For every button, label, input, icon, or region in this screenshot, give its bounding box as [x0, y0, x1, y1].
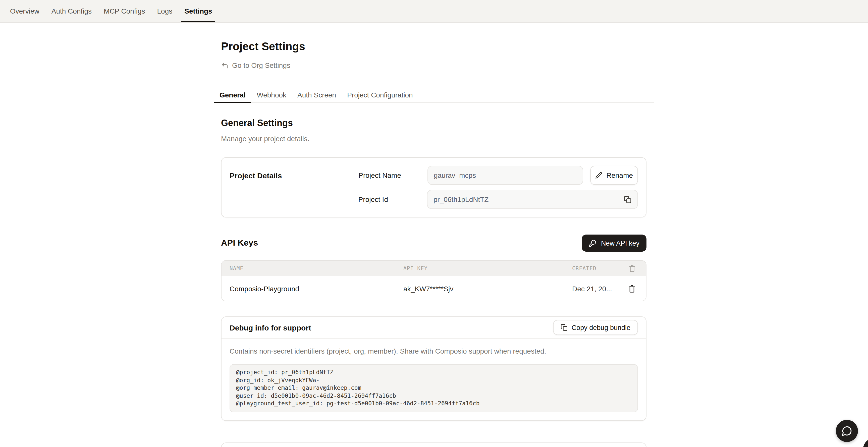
tab-auth-screen[interactable]: Auth Screen [292, 90, 342, 102]
api-keys-heading: API Keys [221, 238, 258, 248]
tab-webhook[interactable]: Webhook [251, 90, 292, 102]
project-name-label: Project Name [359, 171, 427, 179]
page-title: Project Settings [221, 40, 654, 54]
settings-tabs: General Webhook Auth Screen Project Conf… [214, 90, 654, 103]
project-id-label: Project Id [359, 195, 427, 203]
api-key-created: Dec 21, 20... [564, 285, 618, 293]
column-header-api-key: API KEY [395, 265, 564, 271]
code-line: @org_member_email: gaurav@inkeep.com [236, 384, 631, 392]
api-key-value: ak_KW7*****Sjv [395, 285, 564, 293]
api-keys-table: NAME API KEY CREATED Composio-Playground… [221, 260, 647, 301]
api-key-name: Composio-Playground [221, 285, 395, 293]
debug-description: Contains non-secret identifiers (project… [229, 347, 638, 356]
project-details-card: Project Details Project Name Rename Proj… [221, 157, 647, 218]
chat-bubble-icon [841, 425, 852, 437]
rename-button-label: Rename [606, 171, 633, 179]
corner-widget-partial [863, 438, 868, 447]
tab-project-configuration[interactable]: Project Configuration [342, 90, 418, 102]
main-content: Project Settings Go to Org Settings Gene… [214, 23, 654, 447]
api-keys-table-header: NAME API KEY CREATED [221, 261, 646, 276]
column-header-created: CREATED [564, 265, 618, 271]
copy-debug-bundle-button[interactable]: Copy debug bundle [553, 320, 638, 335]
general-settings-subheading: Manage your project details. [221, 134, 647, 143]
trash-icon [628, 264, 636, 272]
copy-project-id-button[interactable] [622, 194, 633, 205]
code-line: @user_id: d5e001b0-09ac-46d2-8451-2694ff… [236, 392, 631, 400]
nav-item-overview[interactable]: Overview [4, 0, 45, 22]
back-link-label: Go to Org Settings [232, 61, 290, 70]
debug-code-block: @project_id: pr_06th1pLdNtTZ@org_id: ok_… [229, 364, 638, 412]
nav-item-mcp-configs[interactable]: MCP Configs [98, 0, 151, 22]
project-name-input[interactable] [427, 166, 583, 185]
api-key-row: Composio-Playground ak_KW7*****Sjv Dec 2… [221, 276, 646, 301]
next-section-card-partial [221, 443, 647, 447]
project-id-input[interactable] [427, 190, 638, 209]
code-line: @org_id: ok_jVveqqkYFWa- [236, 377, 631, 384]
general-settings-heading: General Settings [221, 117, 647, 129]
column-header-name: NAME [221, 265, 395, 271]
chat-launcher-button[interactable] [836, 420, 858, 442]
delete-key-button[interactable] [625, 282, 639, 295]
copy-icon [561, 324, 568, 331]
go-to-org-settings-link[interactable]: Go to Org Settings [221, 61, 290, 70]
debug-card-title: Debug info for support [229, 323, 311, 332]
tab-general[interactable]: General [214, 90, 251, 102]
code-line: @project_id: pr_06th1pLdNtTZ [236, 369, 631, 377]
nav-item-auth-configs[interactable]: Auth Configs [45, 0, 98, 22]
delete-all-keys-button[interactable] [625, 261, 639, 275]
debug-info-card: Debug info for support Copy debug bundle… [221, 316, 647, 421]
new-api-key-button[interactable]: New API key [582, 234, 647, 252]
corner-up-left-icon [221, 62, 228, 69]
code-line: @playground_test_user_id: pg-test-d5e001… [236, 400, 631, 408]
key-icon [589, 239, 596, 247]
pencil-icon [595, 172, 602, 179]
project-details-title: Project Details [229, 171, 359, 180]
project-settings-page: Overview Auth Configs MCP Configs Logs S… [0, 0, 868, 447]
new-api-key-label: New API key [601, 239, 640, 247]
nav-item-settings[interactable]: Settings [178, 0, 218, 22]
copy-icon [624, 196, 631, 203]
rename-button[interactable]: Rename [590, 166, 638, 185]
copy-debug-bundle-label: Copy debug bundle [571, 324, 630, 331]
trash-icon [628, 285, 636, 293]
nav-item-logs[interactable]: Logs [151, 0, 179, 22]
top-nav: Overview Auth Configs MCP Configs Logs S… [0, 0, 868, 23]
